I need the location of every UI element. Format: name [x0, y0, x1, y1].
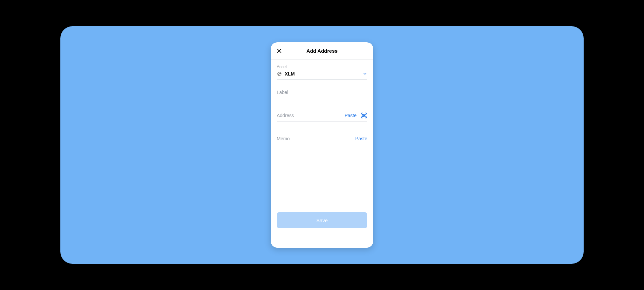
chevron-down-icon [363, 71, 367, 76]
address-actions: Paste [344, 112, 367, 119]
svg-rect-6 [364, 116, 365, 116]
app-backdrop: Add Address Asset XLM [60, 26, 584, 264]
close-icon [276, 48, 282, 54]
page-title: Add Address [271, 48, 373, 54]
phone-frame: Add Address Asset XLM [271, 42, 373, 248]
address-field: Paste [277, 112, 367, 122]
asset-label: Asset [277, 64, 367, 69]
asset-name: XLM [285, 71, 295, 77]
content-area: Asset XLM [271, 60, 373, 248]
asset-selected: XLM [277, 71, 295, 77]
memo-field: Paste [277, 136, 367, 144]
asset-selector[interactable]: XLM [277, 71, 367, 80]
xlm-icon [277, 71, 282, 77]
paste-address-button[interactable]: Paste [344, 113, 357, 118]
asset-field: Asset XLM [277, 64, 367, 80]
paste-memo-button[interactable]: Paste [355, 136, 367, 141]
svg-point-2 [278, 72, 281, 76]
svg-rect-7 [365, 116, 365, 117]
save-button[interactable]: Save [277, 212, 367, 228]
address-input[interactable] [277, 113, 342, 118]
svg-rect-3 [363, 114, 364, 115]
label-input[interactable] [277, 90, 367, 95]
svg-rect-5 [363, 116, 364, 117]
close-button[interactable] [275, 47, 283, 55]
label-field [277, 90, 367, 98]
scan-qr-button[interactable] [361, 112, 367, 119]
footer: Save [277, 212, 367, 248]
svg-rect-4 [364, 114, 365, 115]
qr-icon [361, 112, 367, 119]
save-button-label: Save [316, 218, 328, 223]
header: Add Address [271, 42, 373, 60]
memo-input[interactable] [277, 136, 353, 141]
